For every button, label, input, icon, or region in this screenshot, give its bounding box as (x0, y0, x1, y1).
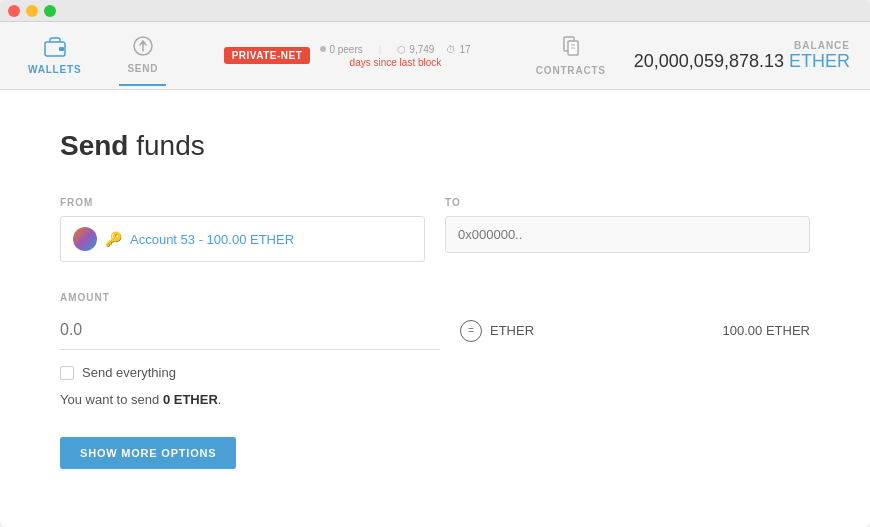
wallets-label: WALLETS (28, 64, 81, 75)
nav-right: CONTRACTS BALANCE 20,000,059,878.13 ETHE… (528, 26, 850, 86)
send-everything-label: Send everything (82, 365, 176, 380)
currency-icon: = (460, 320, 482, 342)
currency-name: ETHER (490, 323, 534, 338)
balance-unit: ETHER (789, 51, 850, 71)
amount-input[interactable] (60, 311, 440, 350)
nav-left: WALLETS SEND (20, 26, 166, 86)
blocks-stat: ⬡ 9,749 (397, 44, 434, 55)
from-label: FROM (60, 197, 425, 208)
account-avatar (73, 227, 97, 251)
peers-dot-icon (320, 46, 326, 52)
send-icon (133, 36, 153, 59)
key-icon: 🔑 (105, 231, 122, 247)
nav-contracts[interactable]: CONTRACTS (528, 26, 614, 86)
svg-rect-1 (59, 47, 64, 51)
contracts-icon (560, 36, 582, 61)
currency-balance: 100.00 ETHER (690, 323, 810, 338)
balance-label: BALANCE (634, 40, 850, 51)
nav-send[interactable]: SEND (119, 26, 166, 86)
time-stat: ⏱ 17 (446, 44, 470, 55)
account-name: Account 53 - 100.00 ETHER (130, 232, 294, 247)
titlebar (0, 0, 870, 22)
network-stats: 0 peers | ⬡ 9,749 ⏱ 17 days since last b… (320, 44, 470, 68)
clock-icon: ⏱ (446, 44, 456, 55)
amount-section: AMOUNT = ETHER 100.00 ETHER Send everyth… (60, 292, 810, 407)
send-label: SEND (127, 63, 158, 74)
blocks-icon: ⬡ (397, 44, 406, 55)
close-button[interactable] (8, 5, 20, 17)
wallets-icon (44, 37, 66, 60)
balance-value: 20,000,059,878.13 ETHER (634, 51, 850, 72)
amount-label: AMOUNT (60, 292, 810, 303)
balance-section: BALANCE 20,000,059,878.13 ETHER (634, 40, 850, 72)
minimize-button[interactable] (26, 5, 38, 17)
from-group: FROM 🔑 Account 53 - 100.00 ETHER (60, 197, 425, 262)
from-to-section: FROM 🔑 Account 53 - 100.00 ETHER TO (60, 197, 810, 262)
currency-selector[interactable]: = ETHER (460, 320, 534, 342)
main-content: Send funds FROM 🔑 Account 53 - 100.00 ET… (0, 90, 870, 527)
app-window: WALLETS SEND PRIVATE-NET (0, 0, 870, 527)
send-everything-row: Send everything (60, 365, 810, 380)
to-input[interactable] (445, 216, 810, 253)
summary-amount: 0 ETHER (163, 392, 218, 407)
contracts-label: CONTRACTS (536, 65, 606, 76)
to-label: TO (445, 197, 810, 208)
peers-stat: 0 peers (320, 44, 362, 55)
days-since-label: days since last block (350, 57, 442, 68)
navbar: WALLETS SEND PRIVATE-NET (0, 22, 870, 90)
nav-wallets[interactable]: WALLETS (20, 27, 89, 85)
amount-input-wrapper (60, 311, 440, 350)
nav-center: PRIVATE-NET 0 peers | ⬡ 9,749 ⏱ 17 (166, 44, 527, 68)
summary-text: You want to send 0 ETHER. (60, 392, 810, 407)
page-title: Send funds (60, 130, 810, 162)
show-more-options-button[interactable]: SHOW MORE OPTIONS (60, 437, 236, 469)
to-group: TO (445, 197, 810, 262)
send-everything-checkbox[interactable] (60, 366, 74, 380)
maximize-button[interactable] (44, 5, 56, 17)
from-field[interactable]: 🔑 Account 53 - 100.00 ETHER (60, 216, 425, 262)
private-net-badge: PRIVATE-NET (224, 47, 311, 64)
amount-row: = ETHER 100.00 ETHER (60, 311, 810, 350)
